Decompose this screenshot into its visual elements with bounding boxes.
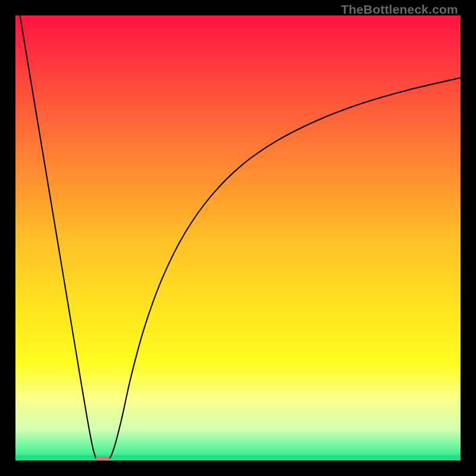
watermark-text: TheBottleneck.com — [341, 2, 458, 17]
baseline-strip — [15, 455, 461, 461]
gradient-background — [15, 15, 461, 461]
chart-svg — [15, 15, 461, 461]
optimal-marker — [96, 456, 109, 461]
chart-frame — [15, 15, 461, 461]
